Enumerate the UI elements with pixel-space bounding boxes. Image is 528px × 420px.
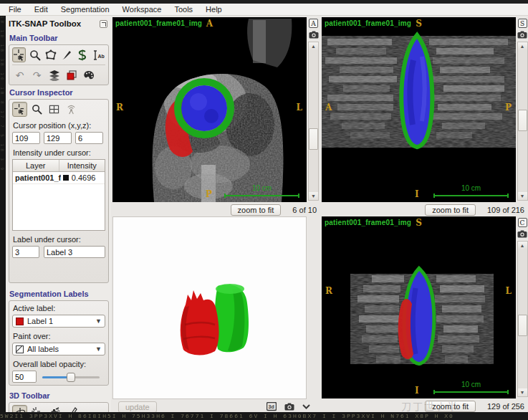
axial-slice-scrollbar[interactable]: ▲ ▼	[308, 42, 319, 201]
opacity-field[interactable]	[12, 371, 37, 383]
svg-text:Ab: Ab	[98, 54, 105, 59]
menu-help[interactable]: Help	[206, 5, 222, 14]
segmentation-labels-group: Active label: Label 1 ▼ Paint over: All …	[9, 300, 109, 386]
paintbrush-tool-button[interactable]	[59, 47, 73, 62]
axial-zoom-to-fit-button[interactable]: zoom to fit	[231, 204, 282, 216]
intensity-under-cursor-label: Intensity under cursor:	[13, 148, 105, 157]
active-label-dropdown[interactable]: Label 1 ▼	[12, 315, 105, 328]
label-id-field[interactable]	[12, 246, 39, 258]
chevron-down-icon: ▼	[95, 345, 102, 353]
main-toolbar-heading: Main Toolbar	[9, 34, 109, 42]
opacity-caption: Overall label opacity:	[13, 360, 105, 368]
image-layer-title: patient001_frame01_img	[325, 19, 411, 27]
menu-bar: File Edit Segmentation Workspace Tools H…	[0, 4, 528, 16]
scrollbar-thumb[interactable]	[518, 110, 527, 131]
menu-tools[interactable]: Tools	[174, 5, 193, 14]
scroll-down-icon[interactable]: ▼	[518, 192, 527, 200]
menu-edit[interactable]: Edit	[34, 5, 48, 14]
all-labels-swatch	[16, 345, 24, 353]
orientation-posterior: P	[206, 189, 212, 199]
watermark-left-text: 18 10 1B 3B 10 1B 8 17 7 5 18 3 9	[0, 16, 5, 172]
active-label-caption: Active label:	[13, 304, 105, 312]
orientation-right: R	[325, 286, 332, 296]
active-label-value: Label 1	[27, 317, 53, 325]
cursor-z-field[interactable]	[75, 132, 103, 144]
sagittal-zoom-to-fit-button[interactable]: zoom to fit	[425, 204, 476, 216]
sagittal-slice-scrollbar[interactable]: ▲ ▼	[517, 42, 528, 201]
render-3d-controls: update 3d	[112, 401, 320, 413]
coronal-zoom-to-fit-button[interactable]: zoom to fit	[425, 401, 476, 412]
crosshair-tool-button[interactable]	[12, 47, 26, 62]
undock-icon[interactable]	[100, 20, 107, 28]
orientation-left: L	[297, 102, 302, 113]
scale-bar	[433, 390, 509, 394]
coronal-panel-letter-button[interactable]: C	[518, 218, 527, 227]
cursor-inspector-group: Cursor position (x,y,z): Intensity under…	[9, 99, 109, 283]
coronal-view[interactable]: patient001_frame01_img S R L I 10 cm	[322, 216, 516, 398]
axial-panel-letter-button[interactable]: A	[309, 19, 318, 28]
scroll-down-icon[interactable]: ▼	[309, 192, 318, 200]
annotation-tool-button[interactable]: Ab	[91, 47, 105, 62]
slider-handle[interactable]	[67, 373, 75, 382]
intensity-value-cell: 0.4696	[72, 173, 96, 182]
menu-workspace[interactable]: Workspace	[123, 5, 162, 14]
scale-ruler: 10 cm	[433, 184, 509, 198]
scrollbar-thumb[interactable]	[518, 315, 527, 336]
cursor-y-field[interactable]	[44, 132, 72, 144]
axial-view[interactable]: patient001_frame01_img A R L P 10 cm	[112, 17, 307, 202]
coronal-slice-scrollbar[interactable]: ▲ ▼	[517, 241, 528, 397]
redo-icon[interactable]: ↷	[29, 67, 44, 82]
orientation-left: L	[506, 286, 512, 296]
segmentation-labels-heading: Segmentation Labels	[9, 290, 109, 298]
label-editor-icon[interactable]	[64, 67, 79, 82]
sagittal-mri-image	[322, 17, 516, 202]
orientation-anterior: A	[206, 19, 213, 29]
undo-icon[interactable]: ↶	[12, 67, 27, 82]
scroll-up-icon[interactable]: ▲	[309, 42, 318, 50]
orientation-inferior: I	[415, 386, 419, 396]
scroll-down-icon[interactable]: ▼	[518, 388, 527, 396]
paint-over-dropdown[interactable]: All labels ▼	[12, 343, 105, 355]
axial-controls: zoom to fit 6 of 10	[112, 203, 320, 216]
chevron-down-icon[interactable]	[302, 404, 310, 409]
render-3d-view[interactable]	[112, 216, 307, 399]
color-palette-icon[interactable]	[81, 67, 96, 82]
zoom-mode-icon[interactable]	[29, 102, 44, 117]
image-layer-title: patient001_frame01_img	[115, 19, 202, 27]
sagittal-view[interactable]: patient001_frame01_img S A P I 10 cm	[322, 17, 516, 202]
update-3d-button[interactable]: update	[118, 401, 157, 413]
scale-ruler: 10 cm	[433, 381, 509, 394]
sagittal-slice-count: 109 of 216	[487, 206, 524, 214]
screenshot-3d-icon[interactable]: 3d	[267, 402, 277, 411]
four-views-grid-icon[interactable]	[47, 102, 62, 117]
label-name-field[interactable]	[44, 246, 105, 258]
itk-snap-window: File Edit Segmentation Workspace Tools H…	[0, 0, 528, 420]
camera-icon[interactable]	[309, 31, 319, 39]
menu-file[interactable]: File	[9, 5, 21, 14]
coronal-controls: zoom to fit 129 of 256	[322, 399, 528, 413]
menu-segmentation[interactable]: Segmentation	[61, 5, 110, 14]
scroll-up-icon[interactable]: ▲	[518, 242, 527, 249]
camera-icon[interactable]	[517, 230, 527, 238]
cursor-inspector-heading: Cursor Inspector	[9, 88, 109, 97]
scrollbar-thumb[interactable]	[309, 128, 318, 150]
main-toolbar-group: Ab ↶ ↷	[9, 44, 109, 85]
column-layer: Layer	[13, 160, 59, 171]
opacity-slider[interactable]	[42, 372, 100, 382]
paint-over-value: All labels	[27, 345, 59, 353]
camera-icon[interactable]	[517, 31, 527, 39]
scroll-up-icon[interactable]: ▲	[518, 42, 527, 50]
sagittal-panel-letter-button[interactable]: S	[518, 19, 527, 28]
cursor-position-label: Cursor position (x,y,z):	[13, 121, 105, 130]
toolbox-panel: ITK-SNAP Toolbox Main Toolbar	[6, 16, 111, 420]
axial-mri-image	[112, 17, 307, 202]
layer-inspector-icon[interactable]	[47, 67, 62, 82]
cursor-x-field[interactable]	[12, 132, 40, 144]
probe-antenna-icon[interactable]	[64, 102, 79, 117]
crosshair-mode-icon[interactable]	[12, 102, 27, 117]
snake-tool-button[interactable]	[75, 47, 89, 62]
zoom-tool-button[interactable]	[28, 47, 42, 62]
camera-icon[interactable]	[284, 403, 294, 411]
polygon-tool-button[interactable]	[44, 47, 57, 62]
table-row[interactable]: patient001_fra... 0.4696	[13, 172, 105, 184]
